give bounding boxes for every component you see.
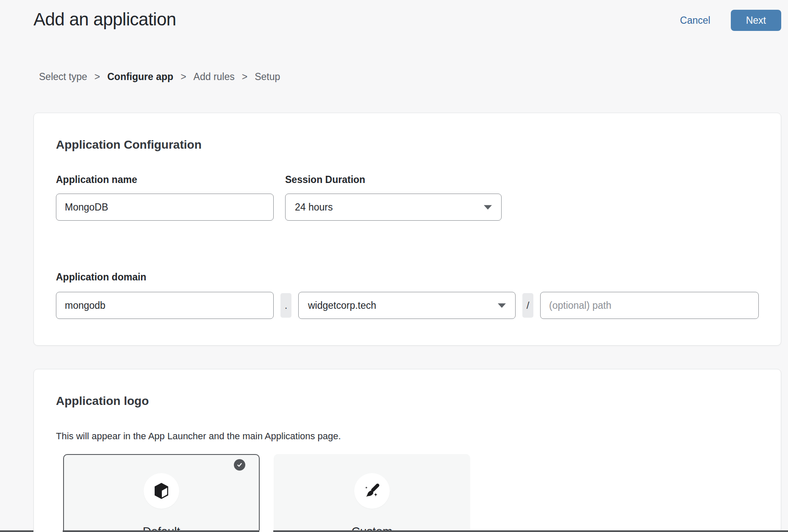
- step-separator: >: [242, 71, 247, 83]
- step-separator: >: [94, 71, 100, 83]
- step-select-type[interactable]: Select type: [39, 71, 87, 83]
- header-actions: Cancel Next: [680, 10, 781, 31]
- add-application-page: Add an application Cancel Next Select ty…: [0, 0, 788, 532]
- step-configure-app[interactable]: Configure app: [107, 71, 173, 83]
- check-icon: [234, 459, 245, 471]
- session-duration-label: Session Duration: [285, 174, 502, 185]
- application-configuration-heading: Application Configuration: [56, 138, 759, 152]
- chevron-down-icon: [498, 303, 506, 308]
- dot-separator: .: [280, 293, 291, 318]
- next-button[interactable]: Next: [731, 10, 781, 31]
- application-domain-row: . widgetcorp.tech /: [56, 292, 759, 319]
- clipped-bottom-edge-gap: [33, 530, 63, 532]
- step-add-rules[interactable]: Add rules: [194, 71, 235, 83]
- application-logo-card: Application logo This will appear in the…: [33, 369, 781, 532]
- domain-select-value: widgetcorp.tech: [308, 300, 376, 311]
- config-labels-row: Application name Session Duration: [56, 174, 759, 185]
- session-duration-select[interactable]: 24 hours: [285, 194, 502, 221]
- domain-select[interactable]: widgetcorp.tech: [298, 292, 516, 319]
- application-logo-description: This will appear in the App Launcher and…: [56, 431, 759, 442]
- application-configuration-card: Application Configuration Application na…: [33, 113, 781, 346]
- cancel-button[interactable]: Cancel: [680, 15, 710, 26]
- paintbrush-icon: [354, 473, 390, 509]
- session-duration-value: 24 hours: [295, 202, 333, 213]
- cube-icon: [144, 473, 179, 509]
- clipped-bottom-edge: [0, 530, 788, 532]
- application-domain-label: Application domain: [56, 272, 759, 283]
- subdomain-input[interactable]: [56, 292, 274, 319]
- page-title: Add an application: [33, 8, 176, 31]
- step-setup[interactable]: Setup: [255, 71, 280, 83]
- step-separator: >: [180, 71, 186, 83]
- config-fields-row: 24 hours: [56, 194, 759, 221]
- clipped-bottom-edge-gap: [259, 530, 273, 532]
- logo-options: Default Custom: [63, 454, 759, 532]
- application-name-label: Application name: [56, 174, 274, 185]
- page-header: Add an application Cancel Next: [33, 0, 781, 31]
- logo-option-default[interactable]: Default: [63, 454, 260, 532]
- wizard-steps: Select type > Configure app > Add rules …: [39, 71, 781, 83]
- application-name-input[interactable]: [56, 194, 274, 221]
- slash-separator: /: [522, 293, 533, 318]
- logo-option-custom[interactable]: Custom: [274, 454, 470, 532]
- path-input[interactable]: [540, 292, 759, 319]
- application-logo-heading: Application logo: [56, 394, 759, 408]
- chevron-down-icon: [484, 205, 492, 210]
